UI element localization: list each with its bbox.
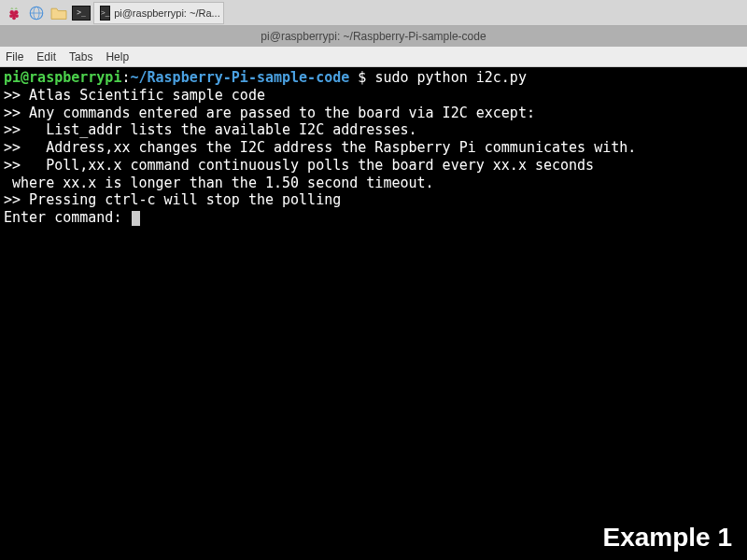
example-label: Example 1 xyxy=(602,523,732,553)
svg-point-3 xyxy=(9,14,13,18)
svg-point-5 xyxy=(12,16,16,20)
taskbar-app-label: pi@raspberrypi: ~/Ra... xyxy=(114,7,220,19)
menu-help[interactable]: Help xyxy=(106,50,129,63)
menu-file[interactable]: File xyxy=(6,50,23,63)
menu-tabs[interactable]: Tabs xyxy=(69,50,92,63)
globe-icon xyxy=(28,5,45,21)
terminal-output-line: >> Pressing ctrl-c will stop the polling xyxy=(4,191,743,209)
folder-icon xyxy=(49,6,68,21)
terminal-icon xyxy=(100,6,110,21)
terminal-area[interactable]: pi@raspberrypi:~/Raspberry-Pi-sample-cod… xyxy=(0,67,747,560)
terminal-output-line: >> Poll,xx.x command continuously polls … xyxy=(4,157,743,175)
taskbar: pi@raspberrypi: ~/Ra... xyxy=(0,0,747,26)
window-titlebar[interactable]: pi@raspberrypi: ~/Raspberry-Pi-sample-co… xyxy=(0,26,747,47)
taskbar-app-terminal[interactable]: pi@raspberrypi: ~/Ra... xyxy=(93,2,224,24)
prompt-path: ~/Raspberry-Pi-sample-code xyxy=(130,69,349,86)
svg-point-4 xyxy=(15,14,19,18)
terminal-input-line: Enter command: xyxy=(4,209,743,227)
raspberry-icon xyxy=(6,5,22,21)
file-manager-launcher[interactable] xyxy=(49,3,69,23)
terminal-output-line: >> Atlas Scientific sample code xyxy=(4,87,743,105)
raspberry-menu-icon[interactable] xyxy=(4,3,24,23)
prompt-user-host: pi@raspberrypi xyxy=(4,69,121,86)
menu-edit[interactable]: Edit xyxy=(36,50,56,63)
prompt-dollar: $ xyxy=(349,69,374,86)
terminal-launcher[interactable] xyxy=(71,3,92,23)
terminal-output-line: >> Address,xx changes the I2C address th… xyxy=(4,139,743,157)
cursor-icon xyxy=(132,211,140,226)
prompt-line: pi@raspberrypi:~/Raspberry-Pi-sample-cod… xyxy=(4,69,743,87)
window-title: pi@raspberrypi: ~/Raspberry-Pi-sample-co… xyxy=(261,30,486,43)
browser-launcher[interactable] xyxy=(26,3,47,23)
terminal-input-prompt: Enter command: xyxy=(4,209,130,226)
terminal-output-line: >> Any commands entered are passed to th… xyxy=(4,105,743,122)
terminal-output-line: >> List_addr lists the available I2C add… xyxy=(4,121,743,139)
menubar: File Edit Tabs Help xyxy=(0,47,747,67)
terminal-icon xyxy=(72,6,91,21)
terminal-output-line: where xx.x is longer than the 1.50 secon… xyxy=(4,175,743,192)
prompt-command: sudo python i2c.py xyxy=(374,69,527,86)
